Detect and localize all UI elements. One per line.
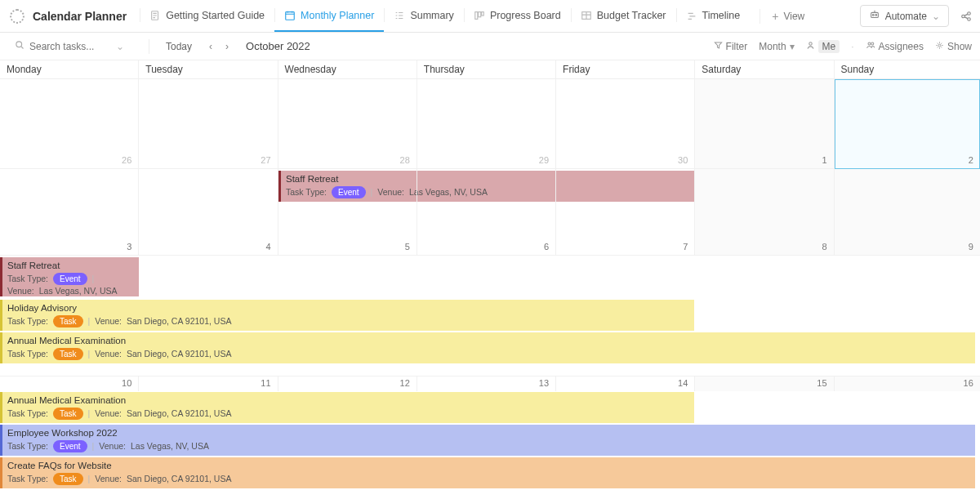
day-cell[interactable]: 7 xyxy=(556,169,695,256)
event-annual-medical[interactable]: Annual Medical Examination Task Type: Ta… xyxy=(0,332,975,363)
assignees-button[interactable]: Assignees xyxy=(866,40,924,52)
day-cell[interactable]: 4 xyxy=(139,169,278,256)
doc-icon xyxy=(149,10,161,21)
date-number: 29 xyxy=(539,155,549,165)
calendar-icon xyxy=(284,10,296,21)
month-nav: ‹ › xyxy=(203,39,234,54)
top-tabs-bar: Calendar Planner Getting Started Guide M… xyxy=(0,0,980,33)
tab-label: Timeline xyxy=(702,10,741,21)
svg-point-13 xyxy=(808,42,811,44)
event-create-faqs[interactable]: Create FAQs for Website Task Type: Task … xyxy=(0,457,975,488)
share-button[interactable] xyxy=(957,7,975,25)
date-number: 1 xyxy=(822,155,826,165)
day-cell[interactable]: 3 xyxy=(0,169,139,256)
day-cell[interactable]: 9 xyxy=(835,169,980,256)
date-number: 30 xyxy=(678,155,688,165)
add-view-label: View xyxy=(783,11,804,22)
day-cell[interactable]: 15 xyxy=(695,376,834,391)
task-type-label: Task Type: xyxy=(7,473,48,484)
event-staff-retreat-cont[interactable]: Staff Retreat Task Type: Event | Venue: … xyxy=(0,257,139,296)
task-type-label: Task Type: xyxy=(7,273,48,284)
week-row: 10 11 12 13 14 15 16 xyxy=(0,376,980,391)
caret-down-icon: ▾ xyxy=(790,41,795,52)
dot-separator: · xyxy=(851,41,853,52)
tab-timeline[interactable]: Timeline xyxy=(676,0,751,32)
pipe: | xyxy=(88,348,91,359)
event-badge: Event xyxy=(53,273,87,286)
tab-summary[interactable]: Summary xyxy=(384,0,463,32)
tab-progress-board[interactable]: Progress Board xyxy=(464,0,571,32)
day-cell[interactable]: 28 xyxy=(278,79,417,169)
event-venue: San Diego, CA 92101, USA xyxy=(127,408,231,419)
day-cell[interactable]: 8 xyxy=(695,169,834,256)
weekday-fri: Friday xyxy=(556,60,695,78)
date-number: 16 xyxy=(964,378,973,388)
event-holiday-advisory[interactable]: Holiday Advisory Task Type: Task | Venue… xyxy=(0,300,694,331)
prev-month-button[interactable]: ‹ xyxy=(203,39,218,54)
assignees-label: Assignees xyxy=(879,41,924,52)
today-button[interactable]: Today xyxy=(161,41,197,52)
automate-button[interactable]: Automate ⌄ xyxy=(860,5,949,27)
event-annual-medical-cont[interactable]: Annual Medical Examination Task Type: Ta… xyxy=(0,392,694,423)
date-number: 10 xyxy=(122,378,131,388)
venue-label: Venue: xyxy=(95,315,122,327)
calendar-toolbar: ⌄ Today ‹ › October 2022 Filter Month ▾ … xyxy=(0,33,980,60)
period-selector[interactable]: Month ▾ xyxy=(759,41,794,52)
tab-label: Progress Board xyxy=(490,10,561,21)
tab-budget-tracker[interactable]: Budget Tracker xyxy=(571,0,676,32)
date-number: 28 xyxy=(400,155,410,165)
date-number: 3 xyxy=(127,242,131,252)
day-cell[interactable]: 26 xyxy=(0,79,139,169)
search-input[interactable] xyxy=(29,41,111,52)
task-badge: Task xyxy=(53,348,83,361)
robot-icon xyxy=(869,9,880,23)
date-number: 5 xyxy=(405,242,410,252)
pipe: | xyxy=(88,473,91,484)
chevron-down-icon[interactable]: ⌄ xyxy=(116,41,124,52)
svg-point-7 xyxy=(872,15,874,16)
task-type-label: Task Type: xyxy=(7,440,48,452)
day-cell[interactable]: 12 xyxy=(278,376,417,391)
svg-point-9 xyxy=(962,15,965,18)
day-cell[interactable]: 30 xyxy=(556,79,695,169)
venue-label: Venue: xyxy=(99,440,126,452)
search-wrap: ⌄ xyxy=(15,40,137,52)
day-cell[interactable]: 16 xyxy=(835,376,980,391)
page-title: Calendar Planner xyxy=(33,10,127,23)
tab-getting-started[interactable]: Getting Started Guide xyxy=(140,0,274,32)
gear-icon xyxy=(935,41,944,52)
day-cell[interactable]: 1 xyxy=(695,79,834,169)
filter-button[interactable]: Filter xyxy=(714,41,748,52)
day-cell[interactable]: 13 xyxy=(417,376,556,391)
svg-rect-1 xyxy=(286,11,295,20)
next-month-button[interactable]: › xyxy=(220,39,234,54)
day-cell[interactable]: 14 xyxy=(556,376,695,391)
event-venue: San Diego, CA 92101, USA xyxy=(127,473,231,484)
svg-point-14 xyxy=(868,42,871,45)
filter-label: Filter xyxy=(726,41,748,52)
date-number: 9 xyxy=(969,242,973,252)
event-venue: Las Vegas, NV, USA xyxy=(39,285,118,296)
people-icon xyxy=(866,40,875,52)
tab-monthly-planner[interactable]: Monthly Planner xyxy=(274,0,384,32)
add-view-button[interactable]: + View xyxy=(750,0,814,32)
venue-label: Venue: xyxy=(95,408,122,419)
tab-label: Getting Started Guide xyxy=(166,10,265,21)
event-employee-workshop[interactable]: Employee Workshop 2022 Task Type: Event … xyxy=(0,425,975,456)
day-cell[interactable]: 6 xyxy=(417,169,556,256)
task-badge: Task xyxy=(53,408,83,421)
show-button[interactable]: Show xyxy=(935,41,972,52)
day-cell[interactable]: 27 xyxy=(139,79,278,169)
day-cell[interactable]: 10 xyxy=(0,376,139,391)
weeks: 26 27 28 29 30 1 2 Staff Retreat Task Ty… xyxy=(0,79,980,499)
venue-label: Venue: xyxy=(95,348,122,359)
me-filter[interactable]: Me xyxy=(806,40,840,53)
weekday-tue: Tuesday xyxy=(139,60,278,78)
day-cell[interactable]: 11 xyxy=(139,376,278,391)
day-cell[interactable]: 29 xyxy=(417,79,556,169)
date-number: 11 xyxy=(261,378,270,388)
weekday-mon: Monday xyxy=(0,60,139,78)
day-cell[interactable]: 5 xyxy=(278,169,417,256)
pipe: | xyxy=(92,440,95,452)
day-cell-today[interactable]: 2 xyxy=(835,79,980,169)
